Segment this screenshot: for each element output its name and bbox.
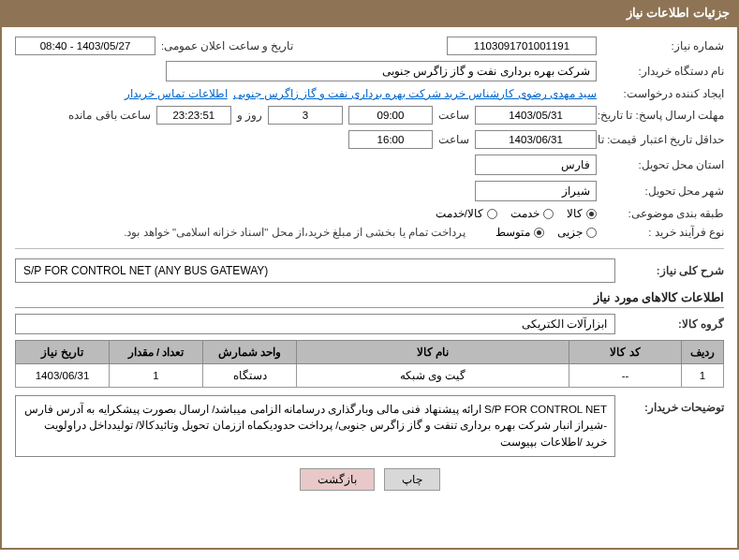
days-field: 3 bbox=[268, 106, 343, 125]
buyer-org-field: شرکت بهره برداری نفت و گاز زاگرس جنوبی bbox=[166, 61, 597, 81]
purchase-type-radio-group: جزیی متوسط bbox=[495, 226, 597, 239]
remaining-label: ساعت باقی مانده bbox=[68, 109, 150, 122]
items-table: ردیف کد کالا نام کالا واحد شمارش تعداد /… bbox=[15, 340, 724, 388]
td-unit: دستگاه bbox=[203, 364, 297, 388]
radio-partial[interactable]: جزیی bbox=[557, 226, 597, 239]
th-row: ردیف bbox=[682, 341, 724, 364]
reply-time-field: 09:00 bbox=[348, 106, 433, 125]
reply-date-field: 1403/05/31 bbox=[475, 106, 597, 125]
radio-medium[interactable]: متوسط bbox=[495, 226, 544, 239]
radio-kala[interactable]: کالا bbox=[567, 207, 597, 220]
announce-label: تاریخ و ساعت اعلان عمومی: bbox=[161, 39, 293, 52]
requester-label: ایجاد کننده درخواست: bbox=[602, 87, 724, 100]
requester-link[interactable]: سید مهدی رضوی کارشناس خرید شرکت بهره برد… bbox=[233, 87, 597, 100]
category-label: طبقه بندی موضوعی: bbox=[602, 207, 724, 220]
radio-icon bbox=[586, 209, 597, 219]
td-name: گیت وی شبکه bbox=[297, 364, 569, 388]
button-bar: چاپ بازگشت bbox=[15, 468, 724, 491]
buyer-org-label: نام دستگاه خریدار: bbox=[602, 65, 724, 78]
radio-partial-label: جزیی bbox=[557, 226, 583, 239]
time-label-2: ساعت bbox=[438, 133, 469, 146]
main-form: شماره نیاز: 1103091701001191 تاریخ و ساع… bbox=[0, 25, 739, 550]
radio-kala-khadamat[interactable]: کالا/خدمت bbox=[436, 207, 497, 220]
items-section-title: اطلاعات کالاهای مورد نیاز bbox=[15, 290, 724, 308]
buyer-notes-label: توضیحات خریدار: bbox=[621, 395, 724, 414]
radio-icon bbox=[543, 209, 554, 219]
category-radio-group: کالا خدمت کالا/خدمت bbox=[436, 207, 597, 220]
th-name: نام کالا bbox=[297, 341, 569, 364]
divider bbox=[15, 248, 724, 249]
reply-deadline-label: مهلت ارسال پاسخ: تا تاریخ: bbox=[602, 109, 724, 122]
group-label: گروه کالا: bbox=[621, 317, 724, 331]
th-date: تاریخ نیاز bbox=[16, 341, 110, 364]
td-row: 1 bbox=[682, 364, 724, 388]
buyer-notes-field: S/P FOR CONTROL NET ارائه پیشنهاد فنی ما… bbox=[15, 395, 615, 457]
desc-label: شرح کلی نیاز: bbox=[621, 264, 724, 277]
city-field: شیراز bbox=[475, 181, 597, 201]
radio-khadamat[interactable]: خدمت bbox=[510, 207, 554, 220]
radio-khadamat-label: خدمت bbox=[510, 207, 539, 220]
validity-time-field: 16:00 bbox=[348, 130, 433, 149]
time-label-1: ساعت bbox=[438, 109, 469, 122]
td-code: -- bbox=[569, 364, 682, 388]
validity-date-field: 1403/06/31 bbox=[475, 130, 597, 149]
purchase-type-label: نوع فرآیند خرید : bbox=[602, 226, 724, 239]
payment-note: پرداخت تمام یا بخشی از مبلغ خرید،از محل … bbox=[124, 226, 466, 239]
validity-label: حداقل تاریخ اعتبار قیمت: تا تاریخ: bbox=[602, 133, 724, 146]
province-field: فارس bbox=[475, 155, 597, 175]
radio-icon bbox=[487, 209, 497, 219]
th-unit: واحد شمارش bbox=[203, 341, 297, 364]
radio-kala-khadamat-label: کالا/خدمت bbox=[436, 207, 483, 220]
countdown-field: 23:23:51 bbox=[156, 106, 231, 125]
announce-field: 1403/05/27 - 08:40 bbox=[15, 37, 155, 55]
need-number-label: شماره نیاز: bbox=[602, 39, 724, 52]
th-code: کد کالا bbox=[569, 341, 682, 364]
city-label: شهر محل تحویل: bbox=[602, 184, 724, 198]
th-qty: تعداد / مقدار bbox=[110, 341, 203, 364]
days-and-label: روز و bbox=[237, 109, 262, 122]
back-button[interactable]: بازگشت bbox=[300, 468, 375, 491]
radio-kala-label: کالا bbox=[567, 207, 583, 220]
radio-medium-label: متوسط bbox=[495, 226, 530, 239]
page-title: جزئیات اطلاعات نیاز bbox=[0, 0, 739, 25]
radio-icon bbox=[586, 228, 597, 238]
radio-icon bbox=[534, 228, 544, 238]
province-label: استان محل تحویل: bbox=[602, 158, 724, 171]
desc-field: S/P FOR CONTROL NET (ANY BUS GATEWAY) bbox=[15, 258, 615, 283]
table-row: 1 -- گیت وی شبکه دستگاه 1 1403/06/31 bbox=[16, 364, 724, 388]
group-field: ابزارآلات الکتریکی bbox=[15, 314, 615, 334]
buyer-contact-link[interactable]: اطلاعات تماس خریدار bbox=[125, 87, 227, 100]
print-button[interactable]: چاپ bbox=[384, 468, 440, 491]
td-date: 1403/06/31 bbox=[16, 364, 110, 388]
need-number-field: 1103091701001191 bbox=[447, 37, 597, 55]
td-qty: 1 bbox=[110, 364, 203, 388]
